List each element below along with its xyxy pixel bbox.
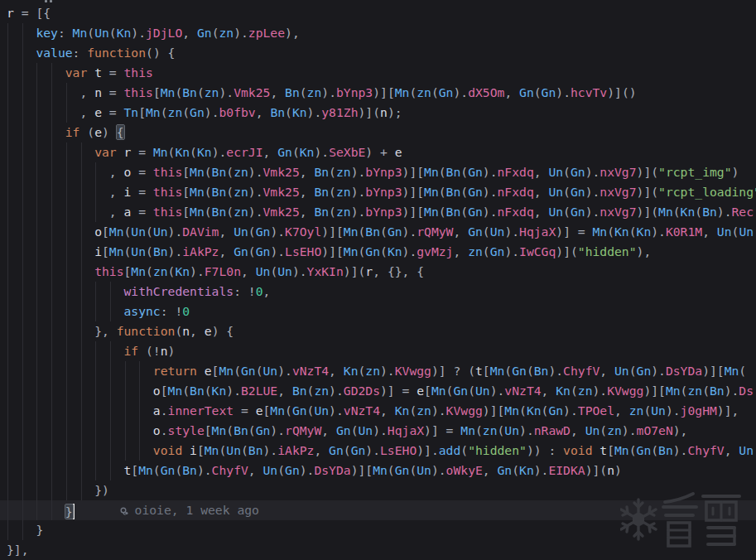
code-token: Gn <box>365 244 380 258</box>
code-token <box>7 483 94 497</box>
code-token: . <box>277 244 285 258</box>
code-token: [ <box>417 185 424 199</box>
code-token: ( <box>563 165 571 179</box>
code-token <box>7 165 109 179</box>
code-token <box>117 105 124 119</box>
code-token: , <box>483 463 490 477</box>
code-token: Mn <box>658 205 673 219</box>
code-token: , <box>321 423 329 437</box>
code-token: ) <box>380 384 388 398</box>
code-token <box>79 46 87 60</box>
code-token: Bn <box>365 224 380 239</box>
code-token: ( <box>409 85 417 99</box>
code-token: , <box>219 244 226 258</box>
code-token <box>197 324 205 338</box>
code-line: o.style[Mn(Bn(Gn).rQMyW, Gn(Un).HqjaX)] … <box>0 421 756 441</box>
code-token: = <box>138 145 146 159</box>
code-token: ) <box>344 264 351 278</box>
code-token: . <box>336 403 344 418</box>
code-token: . <box>161 403 168 418</box>
code-token: ( <box>248 244 256 258</box>
code-token: , <box>248 463 256 477</box>
code-token: Bn <box>190 384 205 398</box>
code-token: ] <box>365 105 373 119</box>
code-token: [ <box>336 224 344 239</box>
code-token: { <box>168 46 176 60</box>
code-lines[interactable]: r = [{ key: Mn(Un(Kn).jDjLO, Gn(zn).zpLe… <box>0 3 756 560</box>
code-token: Mn <box>73 26 88 40</box>
code-token: if <box>65 125 80 139</box>
code-token: ( <box>87 125 94 139</box>
code-token: ( <box>329 165 336 179</box>
code-token: . <box>205 463 212 477</box>
code-token: = <box>241 403 248 418</box>
code-editor[interactable]: r = [{ key: Mn(Un(Kn).jDjLO, Gn(zn).zpLe… <box>0 0 756 560</box>
code-token: [ <box>182 165 190 179</box>
code-token <box>131 205 138 219</box>
code-token: . <box>300 264 307 278</box>
code-token: Gn <box>351 443 366 457</box>
code-token: ( <box>248 423 256 437</box>
code-token: . <box>314 105 321 119</box>
code-token: ( <box>409 403 417 418</box>
code-line: async: !0 <box>0 302 756 321</box>
code-token: . <box>358 185 365 199</box>
code-token: ( <box>175 463 182 477</box>
code-token: = <box>138 185 146 199</box>
code-token <box>7 504 65 519</box>
code-token: t <box>123 463 131 477</box>
matched-bracket: { <box>117 125 124 139</box>
code-token: , <box>300 185 307 199</box>
code-token: , <box>534 205 542 219</box>
code-token: ) <box>563 403 571 418</box>
code-token: . <box>592 205 600 219</box>
code-token: ) <box>102 483 109 497</box>
code-token: Kn <box>197 145 212 159</box>
code-token <box>248 403 256 418</box>
code-token: "rcpt_loading" <box>658 185 756 199</box>
code-token: Gn <box>439 85 454 99</box>
code-token: , <box>277 384 285 398</box>
code-token: . <box>277 224 285 239</box>
code-token: Gn <box>388 224 402 239</box>
code-token: . <box>256 205 263 219</box>
code-token: ( <box>468 364 475 378</box>
code-token: ) <box>643 384 651 398</box>
code-token: Un <box>226 443 241 457</box>
code-line: , o = this[Mn(Bn(zn).Vmk25, Bn(zn).bYnp3… <box>0 162 756 182</box>
code-token: [ <box>131 463 138 477</box>
code-line: o[Mn(Un(Un).DAVim, Un(Gn).K7Oyl)][Mn(Bn(… <box>0 222 756 242</box>
git-blame-annotation: oioie, 1 week ago <box>118 500 259 520</box>
code-token: Vmk25 <box>234 85 270 99</box>
code-token: e <box>256 403 263 418</box>
code-token: . <box>256 185 263 199</box>
code-token: . <box>358 205 365 219</box>
code-token: . <box>329 85 336 99</box>
code-token: = <box>109 65 117 80</box>
code-token: ( <box>146 264 153 278</box>
code-token: Gn <box>571 165 585 179</box>
code-token: [ <box>205 423 212 437</box>
code-token: ( <box>439 185 446 199</box>
code-token: ( <box>146 224 153 239</box>
code-token: ) <box>534 463 542 477</box>
code-token: Un <box>277 264 292 278</box>
code-token: var <box>94 145 117 159</box>
code-token: = <box>109 85 117 99</box>
code-token <box>7 224 94 239</box>
code-token: ) <box>285 26 292 40</box>
code-token <box>409 264 417 278</box>
code-token: Gn <box>395 463 410 477</box>
code-token: Gn <box>548 403 563 418</box>
code-token <box>241 284 248 298</box>
code-token: Un <box>548 185 563 199</box>
code-token <box>7 65 65 80</box>
code-token: Kn <box>519 463 534 477</box>
code-line: }) <box>0 480 756 500</box>
code-token: . <box>490 205 498 219</box>
code-token: ( <box>241 443 248 457</box>
code-token <box>7 145 94 159</box>
code-token <box>138 344 146 358</box>
code-token: , <box>643 244 651 258</box>
code-token: Mn <box>161 85 176 99</box>
